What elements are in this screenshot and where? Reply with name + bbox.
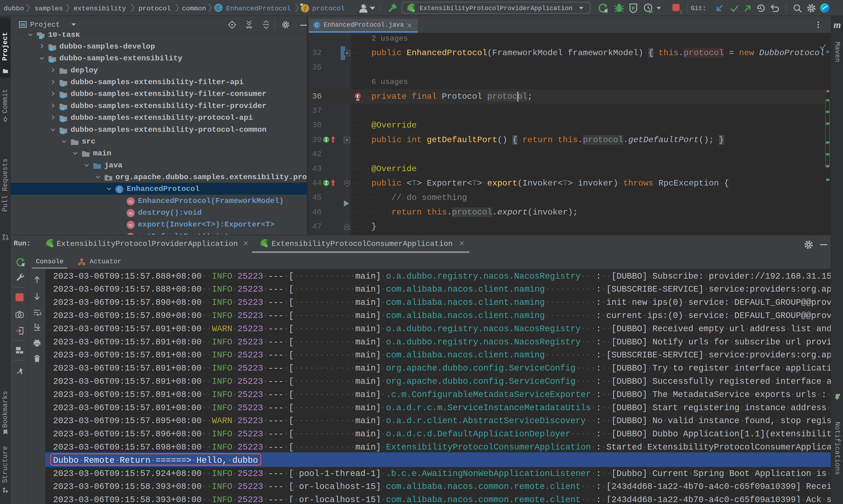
svg-text:C: C	[118, 187, 121, 193]
svg-text:m: m	[128, 199, 133, 204]
svg-text:2: 2	[680, 9, 682, 14]
svg-text:m: m	[128, 211, 133, 216]
svg-text:m: m	[128, 222, 133, 228]
svg-text:C: C	[315, 22, 319, 28]
svg-text:C: C	[216, 5, 220, 11]
